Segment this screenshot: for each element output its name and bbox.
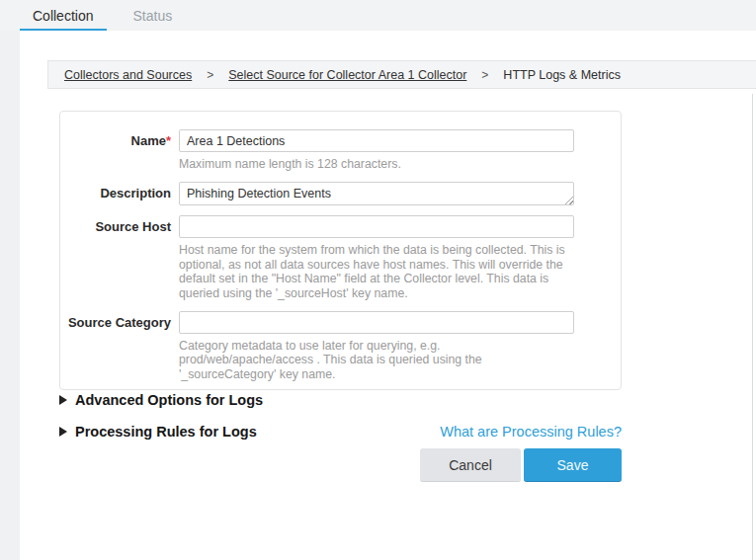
form-actions: Cancel Save: [59, 448, 622, 482]
name-input[interactable]: [179, 129, 574, 152]
breadcrumb-collectors-and-sources[interactable]: Collectors and Sources: [64, 68, 192, 82]
what-are-processing-rules-link[interactable]: What are Processing Rules?: [440, 424, 622, 440]
breadcrumb-separator: >: [481, 68, 488, 82]
tab-status[interactable]: Status: [132, 8, 172, 24]
source-host-helper-text: Host name for the system from which the …: [179, 243, 574, 300]
description-row: Description Phishing Detection Events: [60, 182, 621, 205]
disclosure-triangle-icon: [59, 395, 67, 405]
source-category-input[interactable]: [179, 311, 574, 334]
source-category-helper-text: Category metadata to use later for query…: [179, 339, 574, 381]
breadcrumb-separator: >: [207, 68, 213, 82]
source-form-card: Name* Maximum name length is 128 charact…: [59, 111, 622, 390]
advanced-options-title: Advanced Options for Logs: [75, 392, 263, 408]
breadcrumb: Collectors and Sources > Select Source f…: [47, 60, 756, 89]
advanced-options-section: Advanced Options for Logs: [59, 392, 622, 408]
required-asterisk: *: [166, 133, 171, 148]
source-host-label: Source Host: [60, 215, 179, 300]
save-button[interactable]: Save: [524, 448, 622, 482]
panel-right-border: [752, 94, 753, 560]
name-row: Name* Maximum name length is 128 charact…: [60, 129, 621, 171]
main-panel: Collectors and Sources > Select Source f…: [20, 31, 756, 560]
source-category-row: Source Category Category metadata to use…: [60, 311, 621, 381]
source-category-label: Source Category: [60, 311, 179, 381]
advanced-options-toggle[interactable]: Advanced Options for Logs: [59, 392, 263, 408]
source-host-input[interactable]: [179, 215, 574, 238]
tab-collection[interactable]: Collection: [33, 8, 93, 24]
name-helper-text: Maximum name length is 128 characters.: [179, 157, 574, 171]
disclosure-triangle-icon: [59, 427, 67, 437]
description-textarea[interactable]: Phishing Detection Events: [179, 182, 574, 205]
processing-rules-section: Processing Rules for Logs What are Proce…: [59, 424, 622, 440]
source-host-row: Source Host Host name for the system fro…: [60, 215, 621, 300]
description-label: Description: [60, 182, 179, 205]
cancel-button[interactable]: Cancel: [420, 448, 521, 482]
processing-rules-toggle[interactable]: Processing Rules for Logs: [59, 424, 257, 440]
name-label: Name*: [60, 129, 179, 171]
tab-bar: Collection Status: [0, 0, 756, 31]
breadcrumb-select-source[interactable]: Select Source for Collector Area 1 Colle…: [228, 68, 466, 82]
processing-rules-title: Processing Rules for Logs: [75, 424, 257, 440]
breadcrumb-current-page: HTTP Logs & Metrics: [503, 68, 621, 82]
